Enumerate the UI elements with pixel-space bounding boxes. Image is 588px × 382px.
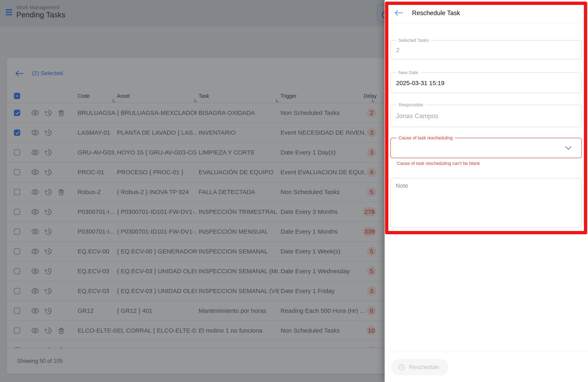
panel-footer: Reschedule <box>385 352 588 382</box>
panel-header: Reschedule Task <box>385 0 588 23</box>
clock-icon <box>398 363 405 371</box>
app-screen: Work Management Pending Tasks (2) Select… <box>0 0 588 382</box>
chevron-down-icon[interactable] <box>565 146 572 150</box>
cause-error-message: Cause of task rescheduling can't be blan… <box>397 161 480 166</box>
cause-label: Cause of task rescheduling <box>397 135 455 141</box>
reschedule-button-label: Reschedule <box>409 364 439 370</box>
cause-select[interactable]: Cause of task rescheduling <box>390 138 582 158</box>
panel-title: Reschedule Task <box>412 9 460 17</box>
new-date-field: New Date <box>390 72 582 93</box>
responsible-field: Responsible <box>390 105 582 127</box>
back-arrow-icon[interactable] <box>394 9 403 17</box>
selected-tasks-field: Selected Tasks <box>390 40 582 59</box>
reschedule-panel: Reschedule Task Selected Tasks New Date … <box>385 0 588 382</box>
note-field <box>390 178 582 228</box>
responsible-input[interactable] <box>396 105 577 127</box>
reschedule-button[interactable]: Reschedule <box>391 359 449 375</box>
new-date-input[interactable] <box>396 73 577 93</box>
selected-tasks-input[interactable] <box>396 40 577 59</box>
note-input[interactable] <box>395 182 576 224</box>
